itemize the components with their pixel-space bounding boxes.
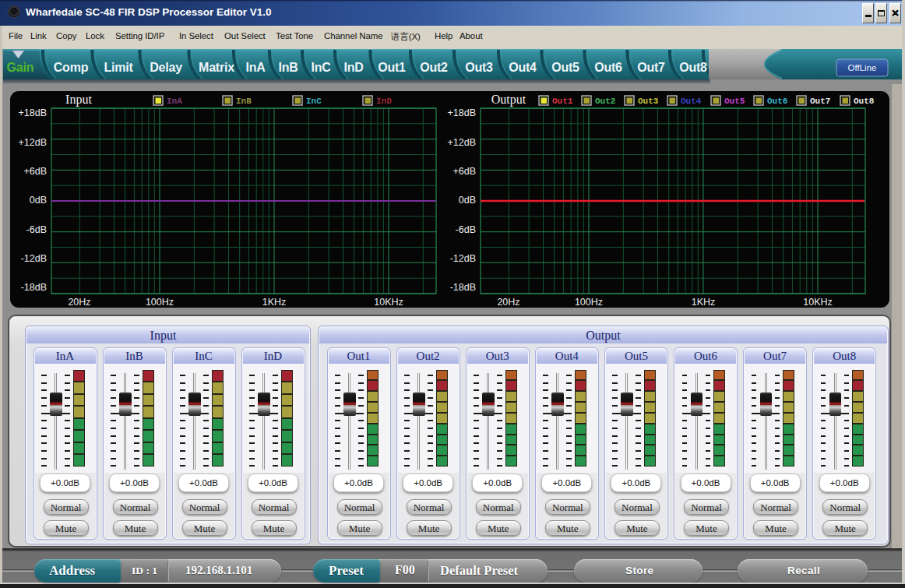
svg-text:10KHz: 10KHz (374, 297, 403, 308)
svg-text:InA: InA (167, 97, 182, 106)
svg-text:+12dB: +12dB (19, 137, 48, 148)
svg-text:Out1: Out1 (378, 61, 406, 74)
svg-text:0dB: 0dB (459, 195, 476, 206)
svg-text:Output: Output (491, 93, 526, 107)
svg-text:Out7: Out7 (810, 97, 830, 106)
svg-text:Out7: Out7 (637, 61, 665, 74)
svg-text:-6dB: -6dB (456, 224, 476, 235)
svg-text:Comp: Comp (54, 61, 89, 74)
svg-text:Out1: Out1 (552, 97, 573, 106)
svg-text:OffLine: OffLine (848, 63, 877, 72)
svg-text:Out2: Out2 (595, 97, 615, 106)
svg-text:Matrix: Matrix (199, 61, 234, 74)
svg-text:-12dB: -12dB (21, 253, 47, 264)
svg-text:Out8: Out8 (854, 97, 875, 106)
svg-text:20Hz: 20Hz (497, 297, 519, 308)
svg-text:1KHz: 1KHz (692, 297, 716, 308)
svg-text:0dB: 0dB (30, 195, 47, 206)
svg-text:Out4: Out4 (681, 97, 702, 106)
svg-text:InA: InA (245, 61, 266, 74)
svg-text:Delay: Delay (150, 61, 182, 74)
svg-text:+6dB: +6dB (452, 166, 476, 177)
svg-text:+18dB: +18dB (448, 107, 477, 118)
svg-text:+18dB: +18dB (19, 107, 48, 118)
svg-text:Input: Input (65, 93, 92, 107)
svg-text:+12dB: +12dB (448, 137, 477, 148)
svg-text:InD: InD (343, 61, 363, 74)
svg-text:Out2: Out2 (420, 61, 448, 74)
svg-text:100Hz: 100Hz (575, 297, 603, 308)
svg-text:-18dB: -18dB (450, 282, 476, 293)
svg-text:InC: InC (311, 61, 331, 74)
svg-text:Gain: Gain (7, 61, 34, 74)
svg-text:Out5: Out5 (551, 61, 579, 74)
svg-text:Out4: Out4 (509, 61, 537, 74)
svg-text:Out3: Out3 (638, 97, 659, 106)
svg-text:Out6: Out6 (767, 97, 787, 106)
svg-text:100Hz: 100Hz (146, 297, 174, 308)
svg-text:InB: InB (278, 61, 298, 74)
svg-text:+6dB: +6dB (23, 166, 47, 177)
svg-text:Limit: Limit (104, 61, 133, 74)
svg-text:20Hz: 20Hz (68, 297, 90, 308)
svg-text:-6dB: -6dB (26, 224, 47, 235)
svg-text:InB: InB (236, 97, 252, 106)
svg-text:InD: InD (376, 97, 392, 106)
svg-text:InC: InC (306, 97, 322, 106)
svg-text:-12dB: -12dB (450, 253, 476, 264)
svg-text:Out3: Out3 (465, 61, 493, 74)
svg-text:-18dB: -18dB (21, 282, 47, 293)
svg-text:10KHz: 10KHz (803, 297, 833, 308)
svg-text:1KHz: 1KHz (262, 297, 287, 308)
svg-text:Out8: Out8 (679, 61, 707, 74)
svg-text:Out6: Out6 (594, 61, 622, 74)
svg-text:Out5: Out5 (724, 97, 745, 106)
